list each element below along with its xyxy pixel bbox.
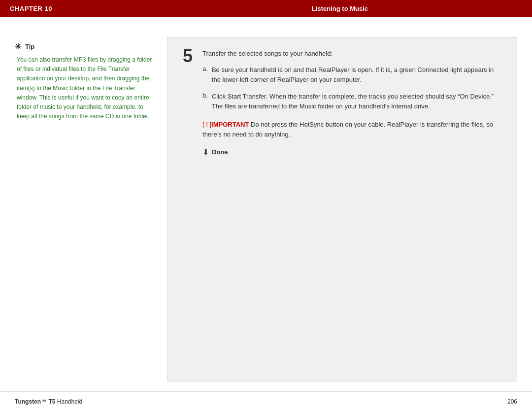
tip-text: You can also transfer MP3 files by dragg… [15, 55, 158, 121]
sub-label-b: b. [202, 92, 208, 111]
tip-label: Tip [25, 43, 34, 50]
footer-page-number: 206 [507, 398, 517, 405]
sub-item-b: b. Click Start Transfer. When the transf… [202, 92, 502, 111]
main-content: ✳ Tip You can also transfer MP3 files by… [0, 17, 532, 391]
tip-asterisk-icon: ✳ [15, 42, 21, 51]
done-arrow-icon: ⬇ [202, 147, 209, 157]
done-section: ⬇ Done [202, 147, 502, 157]
header-chapter: CHAPTER 10 [10, 5, 158, 12]
sidebar: ✳ Tip You can also transfer MP3 files by… [15, 37, 158, 381]
important-text: [ ! ]IMPORTANT Do not press the HotSync … [202, 121, 493, 138]
sub-label-a: a. [202, 65, 208, 85]
important-keyword: IMPORTANT [211, 121, 249, 128]
sub-text-a: Be sure your handheld is on and that Rea… [212, 65, 502, 85]
sub-text-b: Click Start Transfer. When the transfer … [212, 92, 502, 111]
footer-brand: Tungsten™ T5 Handheld [15, 398, 82, 405]
step-number: 5 [183, 47, 193, 65]
step-content: Transfer the selected songs to your hand… [202, 50, 502, 157]
footer: Tungsten™ T5 Handheld 206 [0, 391, 532, 411]
header-title: Listening to Music [158, 5, 522, 12]
important-bracket: [ ! ] [202, 121, 211, 128]
done-label: Done [212, 148, 228, 156]
step-main-text: Transfer the selected songs to your hand… [202, 50, 502, 57]
tip-header: ✳ Tip [15, 42, 158, 51]
footer-brand-name: Tungsten™ T5 [15, 398, 55, 405]
header-bar: CHAPTER 10 Listening to Music [0, 0, 532, 17]
important-box: [ ! ]IMPORTANT Do not press the HotSync … [202, 120, 502, 139]
sub-item-a: a. Be sure your handheld is on and that … [202, 65, 502, 85]
content-box: 5 Transfer the selected songs to your ha… [167, 37, 517, 381]
